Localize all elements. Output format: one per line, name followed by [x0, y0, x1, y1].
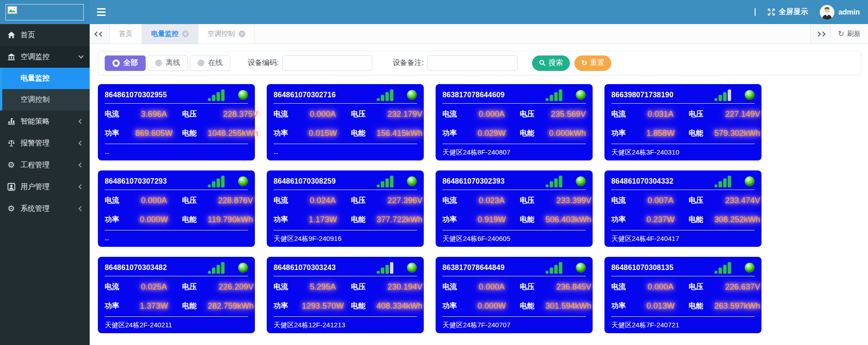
- device-id: 866398071738190: [611, 91, 715, 99]
- radio-offline[interactable]: 离线: [147, 55, 188, 71]
- current-label: 电流: [611, 282, 632, 292]
- power-value: 1.373W: [128, 301, 179, 311]
- energy-label: 电能: [182, 301, 205, 311]
- energy-value: 282.759kWh: [208, 301, 254, 311]
- sidebar-item-label: 系统管理: [20, 204, 50, 214]
- power-value: 0.000W: [466, 301, 517, 311]
- chevron-left-icon: [78, 119, 83, 124]
- tab-ac-control[interactable]: 空调控制: [198, 24, 255, 44]
- sidebar-toggle-button[interactable]: [90, 0, 112, 24]
- tab-home[interactable]: 首页: [110, 24, 142, 44]
- device-card[interactable]: 864861070304332 电流 0.007A 电压 233.474V 功率…: [604, 170, 761, 247]
- device-card[interactable]: 864861070302393 电流 0.023A 电压 233.399V 功率…: [436, 170, 593, 247]
- power-value: 0.015W: [297, 129, 348, 138]
- device-id: 864861070304332: [611, 177, 715, 185]
- sidebar-item-home[interactable]: 首页: [0, 24, 90, 46]
- device-code-label: 设备编码:: [248, 58, 279, 68]
- device-card[interactable]: 864861070308259 电流 0.024A 电压 227.396V 功率…: [267, 170, 424, 247]
- power-value: 0.237W: [635, 215, 686, 225]
- radio-online[interactable]: 在线: [190, 55, 230, 71]
- tabs-scroll-left-button[interactable]: [90, 24, 110, 44]
- device-card[interactable]: 863817078644849 电流 0.000A 电压 236.845V 功率…: [436, 257, 593, 333]
- energy-label: 电能: [351, 301, 374, 311]
- chevron-left-icon: [78, 140, 83, 145]
- voltage-value: 228.375V: [208, 110, 258, 119]
- device-location: 天健区24栋7F-240721: [611, 317, 755, 330]
- search-icon: [539, 60, 546, 66]
- device-card[interactable]: 864861070302716 电流 0.000A 电压 232.179V 功率…: [267, 84, 424, 160]
- device-id: 864861070303243: [274, 264, 377, 272]
- power-value: 1.173W: [297, 215, 348, 225]
- sidebar-item-power-monitor[interactable]: 电量监控: [2, 68, 90, 89]
- voltage-value: 236.845V: [545, 282, 591, 292]
- device-card[interactable]: 864861070303243 电流 5.295A 电压 230.194V 功率…: [267, 257, 424, 333]
- device-note-input[interactable]: [427, 55, 518, 71]
- sidebar-item-alarm-mgmt[interactable]: 报警管理: [0, 132, 90, 154]
- search-button[interactable]: 搜索: [532, 55, 570, 71]
- fullscreen-button[interactable]: 全屏显示: [767, 7, 808, 17]
- power-value: 0.000W: [128, 215, 179, 225]
- current-label: 电流: [105, 110, 126, 119]
- sidebar-item-label: 报警管理: [20, 139, 50, 148]
- radio-icon: [198, 60, 204, 66]
- sidebar-item-ac-monitor[interactable]: 空调监控: [0, 46, 90, 68]
- current-value: 0.000A: [635, 282, 686, 292]
- current-label: 电流: [105, 282, 126, 292]
- device-card[interactable]: 864861070302955 电流 3.696A 电压 228.375V 功率…: [98, 84, 255, 160]
- power-label: 功率: [105, 215, 126, 225]
- signal-icon: [208, 90, 224, 101]
- device-code-input[interactable]: [282, 55, 372, 71]
- online-status-icon: [745, 176, 755, 186]
- close-tab-icon[interactable]: [239, 30, 245, 37]
- sidebar-item-label: 空调监控: [20, 52, 50, 62]
- voltage-label: 电压: [520, 196, 543, 205]
- device-card[interactable]: 864861070307293 电流 0.000A 电压 228.876V 功率…: [98, 170, 255, 247]
- voltage-value: 226.209V: [208, 282, 254, 292]
- sidebar-item-smart-strategy[interactable]: 智能策略: [0, 110, 90, 132]
- voltage-value: 232.179V: [376, 110, 422, 119]
- energy-label: 电能: [351, 215, 374, 225]
- chevron-left-icon: [78, 162, 83, 167]
- bar-chart-icon: [7, 117, 15, 126]
- tab-power-monitor[interactable]: 电量监控: [142, 24, 198, 44]
- online-status-icon: [407, 176, 417, 186]
- double-chevron-right-icon: [816, 32, 825, 36]
- current-label: 电流: [442, 110, 463, 119]
- user-menu[interactable]: admin: [820, 5, 860, 20]
- tabs-scroll-right-button[interactable]: [810, 24, 830, 44]
- device-location: 天健区24栋6F-240605: [442, 230, 586, 243]
- device-card[interactable]: 863817078644609 电流 0.000A 电压 235.569V 功率…: [436, 84, 593, 160]
- power-value: 0.029W: [466, 129, 517, 138]
- power-label: 功率: [274, 129, 294, 138]
- sidebar-item-ac-control[interactable]: 空调控制: [2, 89, 90, 110]
- device-card[interactable]: 866398071738190 电流 0.031A 电压 227.149V 功率…: [604, 84, 761, 160]
- signal-icon: [377, 90, 393, 101]
- logo-placeholder: [5, 4, 84, 20]
- power-value: 869.605W: [128, 129, 179, 138]
- voltage-value: 235.569V: [545, 110, 586, 119]
- sidebar-item-project-mgmt[interactable]: 工程管理: [0, 154, 90, 176]
- logo-area: [0, 0, 90, 24]
- online-status-icon: [745, 263, 755, 273]
- signal-icon: [546, 90, 562, 101]
- energy-label: 电能: [182, 215, 205, 225]
- refresh-button[interactable]: 刷新: [830, 24, 868, 44]
- device-id: 863817078644849: [442, 264, 546, 272]
- sidebar-item-system-mgmt[interactable]: 系统管理: [0, 198, 90, 220]
- current-label: 电流: [611, 196, 632, 205]
- signal-icon: [546, 176, 562, 187]
- energy-value: 308.252kWh: [714, 215, 760, 225]
- sidebar-item-user-mgmt[interactable]: 用户管理: [0, 176, 90, 198]
- radio-all[interactable]: 全部: [105, 55, 146, 71]
- avatar: [820, 5, 834, 20]
- reset-button[interactable]: 重置: [574, 55, 611, 71]
- close-tab-icon[interactable]: [182, 30, 189, 37]
- device-id: 864861070308135: [611, 264, 715, 272]
- current-value: 0.025A: [128, 282, 179, 292]
- online-status-icon: [407, 263, 417, 273]
- device-card[interactable]: 864861070303482 电流 0.025A 电压 226.209V 功率…: [98, 257, 255, 333]
- current-value: 0.024A: [297, 196, 348, 205]
- radio-icon: [155, 60, 162, 66]
- device-id: 864861070302955: [105, 91, 208, 99]
- device-card[interactable]: 864861070308135 电流 0.000A 电压 226.637V 功率…: [604, 257, 761, 333]
